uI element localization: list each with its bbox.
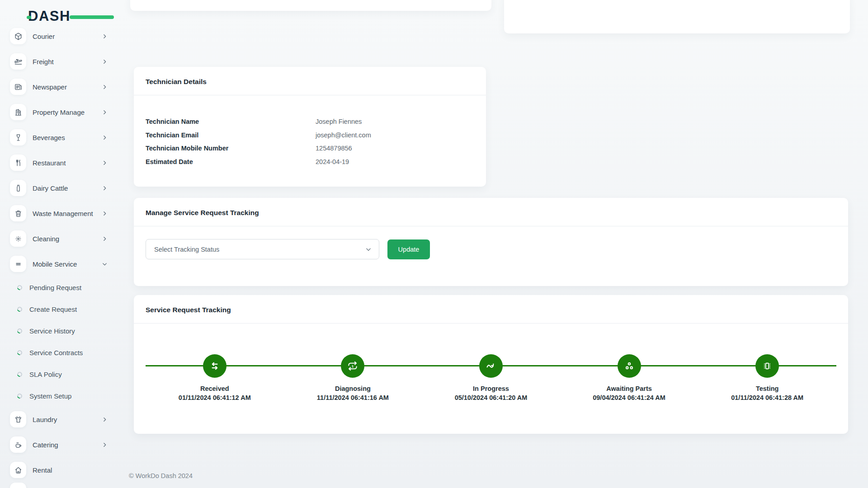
logo-text: DASH (28, 8, 71, 24)
chevron-right-icon (102, 442, 108, 448)
sidebar-item-label: Waste Management (33, 210, 102, 217)
repeat-icon: 1 (341, 354, 364, 378)
sidebar-item-label: Cleaning (33, 235, 102, 243)
sidebar: DASH Courier Freight Newspaper (0, 0, 118, 488)
mobile-icon (10, 256, 26, 272)
field-row: Estimated Date 2024-04-19 (146, 158, 474, 172)
field-label: Estimated Date (146, 158, 316, 165)
sidebar-item-rental[interactable]: Rental (0, 457, 118, 483)
card-title: Service Request Tracking (134, 295, 848, 324)
cutlery-icon (10, 155, 26, 171)
plane-icon (10, 53, 26, 70)
select-value: Select Tracking Status (154, 246, 219, 253)
logo-bar-accent (70, 15, 114, 19)
sidebar-item-freight[interactable]: Freight (0, 49, 118, 74)
sidebar-item-label: Laundry (33, 416, 102, 423)
sidebar-item-cleaning[interactable]: Cleaning (0, 226, 118, 251)
stage-timestamp: 01/11/2024 06:41:12 AM (179, 394, 251, 401)
sidebar-item-label: Mobile Service (33, 260, 102, 268)
bullet-ring-icon (16, 305, 23, 312)
tracking-timeline: Received 01/11/2024 06:41:12 AM 1 Diagno… (146, 354, 836, 401)
stage-label: Received (200, 385, 229, 392)
wavy-arrow-icon (479, 354, 503, 378)
sidebar-subitem-sla-policy[interactable]: SLA Policy (0, 363, 118, 385)
milk-bottle-icon (10, 180, 26, 196)
sidebar-item-label: Courier (33, 33, 102, 40)
field-row: Technician Email joseph@client.com (146, 131, 474, 145)
chevron-right-icon (102, 236, 108, 242)
sidebar-subitem-system-setup[interactable]: System Setup (0, 385, 118, 407)
sidebar-item-label: Beverages (33, 134, 102, 141)
bullet-ring-icon (16, 349, 23, 356)
chevron-right-icon (102, 185, 108, 191)
sidebar-item-restaurant[interactable]: Restaurant (0, 150, 118, 175)
tracking-status-select[interactable]: Select Tracking Status (146, 239, 379, 259)
sidebar-item-dairy-cattle[interactable]: Dairy Cattle (0, 175, 118, 201)
sidebar-item-label: Dairy Cattle (33, 184, 102, 192)
technician-details-card: Technician Details Technician Name Josep… (134, 67, 486, 187)
stage-timestamp: 01/11/2024 06:41:28 AM (731, 394, 803, 401)
timeline-stage-received: Received 01/11/2024 06:41:12 AM (146, 354, 284, 401)
timeline-stage-diagnosing: 1 Diagnosing 11/11/2024 06:41:16 AM (284, 354, 422, 401)
field-label: Technician Name (146, 118, 316, 125)
stage-timestamp: 05/10/2024 06:41:20 AM (455, 394, 528, 401)
copyright-text: © WorkDo Dash 2024 (129, 472, 193, 479)
sidebar-subitem-label: Pending Request (29, 284, 81, 291)
newspaper-icon (10, 79, 26, 95)
sidebar-item-property-manage[interactable]: Property Manage (0, 99, 118, 125)
sidebar-item-label: Property Manage (33, 108, 102, 116)
sidebar-item-newspaper[interactable]: Newspaper (0, 74, 118, 99)
sidebar-item-waste-management[interactable]: Waste Management (0, 201, 118, 226)
sidebar-item-mobile-service[interactable]: Mobile Service (0, 251, 118, 277)
trash-icon (10, 205, 26, 221)
sidebar-item-label: Restaurant (33, 159, 102, 167)
microchip-icon (755, 354, 779, 378)
chevron-right-icon (102, 109, 108, 115)
field-value: joseph@client.com (316, 131, 474, 139)
sidebar-subitem-service-contracts[interactable]: Service Contracts (0, 342, 118, 363)
svg-text:1: 1 (352, 364, 354, 368)
sidebar-item-courier[interactable]: Courier (0, 23, 118, 49)
stage-label: Diagnosing (335, 385, 371, 392)
tshirt-icon (10, 411, 26, 427)
sun-icon (10, 230, 26, 247)
stage-label: In Progress (473, 385, 509, 392)
chevron-right-icon (102, 211, 108, 216)
sidebar-subitem-create-request[interactable]: Create Request (0, 298, 118, 320)
bullet-ring-icon (16, 327, 23, 334)
sidebar-item-label: Newspaper (33, 83, 102, 91)
sidebar-subitem-service-history[interactable]: Service History (0, 320, 118, 342)
field-label: Technician Mobile Number (146, 145, 316, 152)
sidebar-item-partial (10, 483, 26, 488)
field-value: 1254879856 (316, 145, 474, 152)
stage-label: Testing (756, 385, 778, 392)
sidebar-item-laundry[interactable]: Laundry (0, 407, 118, 432)
chevron-right-icon (102, 160, 108, 166)
sidebar-item-beverages[interactable]: Beverages (0, 125, 118, 150)
sidebar-subitem-label: System Setup (29, 392, 71, 400)
coffee-icon (10, 436, 26, 453)
card-title: Technician Details (134, 67, 486, 95)
chevron-right-icon (102, 59, 108, 65)
field-row: Technician Name Joseph Fiennes (146, 118, 474, 131)
sidebar-subitem-pending-request[interactable]: Pending Request (0, 277, 118, 298)
card-title: Manage Service Request Tracking (134, 198, 848, 226)
sidebar-item-catering[interactable]: Catering (0, 432, 118, 457)
sidebar-item-label: Freight (33, 58, 102, 66)
sidebar-subitem-label: Service History (29, 327, 75, 335)
logo-dot-accent (27, 16, 31, 19)
field-row: Technician Mobile Number 1254879856 (146, 145, 474, 158)
previous-card-partial-left (130, 0, 491, 11)
home-icon (10, 462, 26, 478)
sidebar-subitem-label: SLA Policy (29, 371, 62, 378)
manage-tracking-card: Manage Service Request Tracking Select T… (134, 198, 848, 286)
package-icon (10, 28, 26, 44)
update-button[interactable]: Update (387, 239, 430, 259)
building-icon (10, 104, 26, 120)
sidebar-subitem-label: Service Contracts (29, 349, 83, 357)
stage-label: Awaiting Parts (606, 385, 651, 392)
field-value: Joseph Fiennes (316, 118, 474, 125)
sidebar-nav: Courier Freight Newspaper Property Manag… (0, 23, 118, 483)
bullet-ring-icon (16, 371, 23, 377)
chevron-right-icon (102, 417, 108, 422)
